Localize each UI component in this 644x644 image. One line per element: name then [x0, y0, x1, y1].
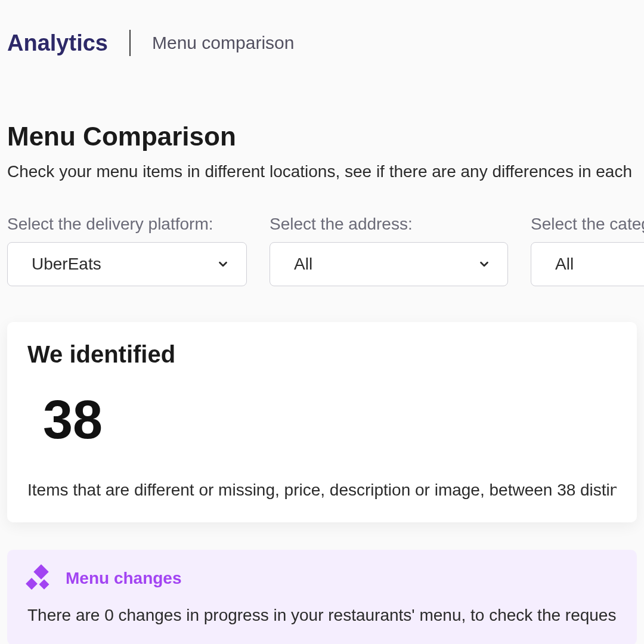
breadcrumb-separator: [129, 30, 131, 56]
filter-platform: Select the delivery platform: UberEats: [7, 215, 247, 286]
filters-row: Select the delivery platform: UberEats S…: [7, 215, 637, 286]
sparkle-icon: [27, 566, 51, 590]
filter-category: Select the categ All: [531, 215, 644, 286]
platform-select-value: UberEats: [32, 255, 101, 274]
category-select-value: All: [555, 255, 574, 274]
breadcrumb: Analytics Menu comparison: [0, 0, 644, 56]
chevron-down-icon: [478, 258, 491, 271]
filter-platform-label: Select the delivery platform:: [7, 215, 247, 234]
category-select[interactable]: All: [531, 242, 644, 286]
identified-count: 38: [43, 389, 617, 451]
address-select-value: All: [294, 255, 312, 274]
filter-category-label: Select the categ: [531, 215, 644, 234]
identified-heading: We identified: [27, 341, 617, 368]
filter-address: Select the address: All: [270, 215, 508, 286]
menu-changes-card: Menu changes There are 0 changes in prog…: [7, 550, 637, 644]
menu-changes-header: Menu changes: [27, 566, 617, 590]
breadcrumb-current: Menu comparison: [152, 33, 294, 53]
menu-changes-description: There are 0 changes in progress in your …: [27, 606, 617, 625]
chevron-down-icon: [216, 258, 230, 271]
platform-select[interactable]: UberEats: [7, 242, 247, 286]
identified-description: Items that are different or missing, pri…: [27, 481, 617, 500]
menu-changes-title: Menu changes: [66, 569, 181, 588]
identified-card: We identified 38 Items that are differen…: [7, 322, 637, 522]
page-title: Menu Comparison: [7, 122, 637, 151]
filter-address-label: Select the address:: [270, 215, 508, 234]
address-select[interactable]: All: [270, 242, 508, 286]
page-description: Check your menu items in different locat…: [7, 162, 637, 181]
app-section-title: Analytics: [7, 30, 108, 56]
